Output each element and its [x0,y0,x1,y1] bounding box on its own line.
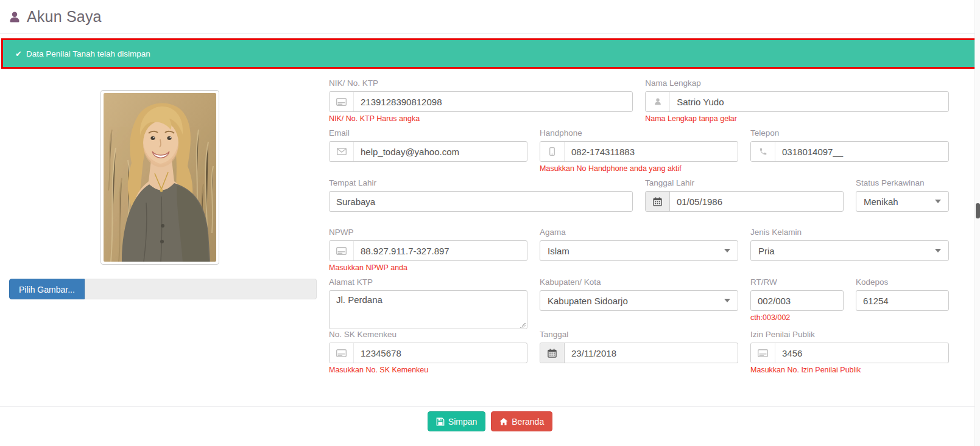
photo-file-input[interactable]: Pilih Gambar... [9,279,317,299]
izin-penilai-helper: Masukkan No. Izin Penilai Publik [750,366,861,374]
field-tanggal-sk: Tanggal [540,329,738,363]
nik-input[interactable] [354,92,632,111]
field-sk-kemenkeu: No. SK Kemenkeu Masukkan No. SK Kemenkeu [329,329,527,363]
kabupaten-select[interactable]: Kabupaten Sidoarjo [540,290,738,311]
tanggal-sk-input[interactable] [565,343,738,363]
save-button[interactable]: Simpan [428,411,485,431]
nik-label: NIK/ No. KTP [329,78,633,88]
field-nama: Nama Lengkap Nama Lengkap tanpa gelar [645,78,949,112]
caret-down-icon [935,249,941,253]
profile-photo-frame [100,90,219,265]
id-card-icon [751,343,775,363]
field-rtrw: RT/RW cth:003/002 [750,277,844,329]
kodepos-label: Kodepos [856,277,949,287]
npwp-input[interactable] [354,241,527,260]
telepon-label: Telepon [750,128,949,138]
email-label: Email [329,128,527,138]
agama-label: Agama [540,227,738,237]
rtrw-label: RT/RW [750,277,844,287]
resize-grip-icon[interactable] [520,322,526,328]
user-addon-icon [646,92,670,111]
calendar-icon[interactable] [540,343,565,363]
calendar-icon[interactable] [646,192,670,211]
scrollbar-thumb[interactable] [976,203,980,218]
success-alert: ✔ Data Penilai Tanah telah disimpan [3,40,977,67]
sk-kemenkeu-input[interactable] [354,343,527,363]
id-card-icon [330,241,354,260]
save-icon [436,417,445,426]
user-icon [8,10,21,24]
alamat-ktp-label: Alamat KTP [329,277,527,287]
footer: Simpan Beranda [0,406,980,431]
field-izin-penilai: Izin Penilai Publik Masukkan No. Izin Pe… [750,329,949,363]
sk-kemenkeu-helper: Masukkan No. SK Kemenkeu [329,366,428,374]
field-kodepos: Kodepos [856,277,949,329]
kodepos-input[interactable] [856,290,949,311]
field-jenis-kelamin: Jenis Kelamin Pria [750,227,949,261]
field-agama: Agama Islam [540,227,738,261]
kabupaten-label: Kabupaten/ Kota [540,277,738,287]
jenis-kelamin-value: Pria [758,246,775,256]
home-button-label: Beranda [512,417,544,427]
mobile-icon [540,142,565,161]
npwp-helper: Masukkan NPWP anda [329,263,407,272]
caret-down-icon [935,200,941,203]
home-button[interactable]: Beranda [491,411,552,431]
annotation-highlight: ✔ Data Penilai Tanah telah disimpan [1,38,979,69]
field-nik: NIK/ No. KTP NIK/ No. KTP Harus angka [329,78,633,112]
page-title: Akun Saya [27,8,102,26]
agama-select[interactable]: Islam [540,240,738,261]
field-tempat-lahir: Tempat Lahir [329,178,633,212]
status-perkawinan-value: Menikah [864,197,898,207]
caret-down-icon [724,249,730,253]
field-kabupaten: Kabupaten/ Kota Kabupaten Sidoarjo [540,277,738,329]
status-perkawinan-select[interactable]: Menikah [856,191,949,212]
telepon-input[interactable] [775,142,948,161]
jenis-kelamin-select[interactable]: Pria [750,240,949,261]
izin-penilai-input[interactable] [775,343,948,363]
home-icon [499,417,508,426]
tanggal-sk-label: Tanggal [540,329,738,340]
status-perkawinan-label: Status Perkawinan [856,178,949,188]
handphone-helper: Masukkan No Handphone anda yang aktif [540,164,682,173]
id-card-icon [330,92,354,111]
caret-down-icon [724,299,730,302]
nik-helper: NIK/ No. KTP Harus angka [329,114,420,123]
field-telepon: Telepon [750,128,949,162]
field-email: Email [329,128,527,162]
alamat-ktp-textarea[interactable]: Jl. Perdana [329,290,527,329]
file-input-track[interactable] [85,279,317,299]
field-tanggal-lahir: Tanggal Lahir [645,178,844,212]
check-icon: ✔ [15,49,22,58]
save-button-label: Simpan [448,417,477,427]
field-status-perkawinan: Status Perkawinan Menikah [856,178,949,212]
tempat-lahir-label: Tempat Lahir [329,178,633,188]
scrollbar-track[interactable] [975,0,980,446]
agama-value: Islam [548,246,569,256]
rtrw-helper: cth:003/002 [750,313,790,322]
handphone-label: Handphone [540,128,738,138]
field-alamat-ktp: Alamat KTP Jl. Perdana [329,277,527,329]
tempat-lahir-input[interactable] [329,191,633,212]
photo-column: Pilih Gambar... [0,69,320,299]
tanggal-lahir-input[interactable] [670,192,843,211]
account-form: NIK/ No. KTP NIK/ No. KTP Harus angka Na… [320,69,980,379]
choose-image-button[interactable]: Pilih Gambar... [9,279,85,299]
profile-photo [104,93,216,262]
nama-input[interactable] [670,92,948,111]
sk-kemenkeu-label: No. SK Kemenkeu [329,329,527,340]
email-input[interactable] [354,142,527,161]
handphone-input[interactable] [565,142,738,161]
jenis-kelamin-label: Jenis Kelamin [750,227,949,237]
envelope-icon [330,142,354,161]
field-handphone: Handphone Masukkan No Handphone anda yan… [540,128,738,162]
kabupaten-value: Kabupaten Sidoarjo [548,296,628,306]
page-header: Akun Saya [0,0,980,34]
success-alert-message: Data Penilai Tanah telah disimpan [26,49,150,58]
nama-helper: Nama Lengkap tanpa gelar [645,114,737,123]
main-content: Pilih Gambar... NIK/ No. KTP NIK/ No. KT… [0,69,980,379]
rtrw-input[interactable] [750,290,844,311]
tanggal-lahir-label: Tanggal Lahir [645,178,844,188]
npwp-label: NPWP [329,227,527,237]
izin-penilai-label: Izin Penilai Publik [750,329,949,340]
